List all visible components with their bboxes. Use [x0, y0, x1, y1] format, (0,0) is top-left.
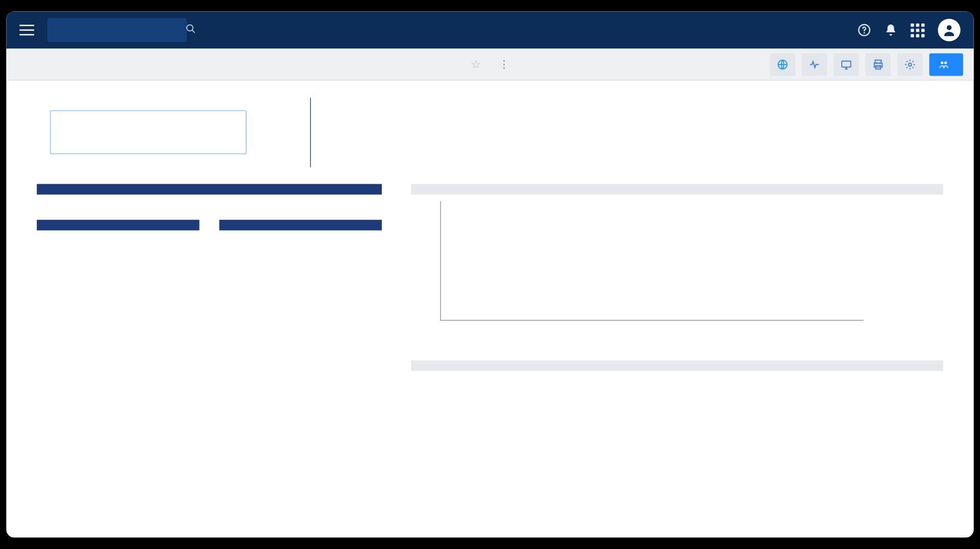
search-icon[interactable] [185, 23, 196, 37]
menu-icon[interactable] [19, 25, 34, 36]
chart2-header [411, 360, 943, 371]
search-box[interactable] [47, 18, 187, 42]
svg-point-11 [941, 61, 943, 64]
contacts-widget [37, 220, 200, 248]
present-button[interactable] [834, 53, 859, 76]
divider [310, 97, 311, 167]
svg-point-12 [944, 61, 947, 64]
svg-point-0 [187, 25, 193, 31]
document-header: ☆ ⋮ [6, 48, 973, 80]
settings-button[interactable] [897, 53, 922, 76]
chart-tasks-widget [411, 360, 943, 444]
quick-links-widget [37, 184, 382, 215]
news-widget [219, 220, 382, 248]
top-nav [6, 12, 973, 49]
help-icon[interactable] [857, 23, 871, 37]
publish-button[interactable] [770, 53, 795, 76]
svg-point-3 [864, 32, 865, 34]
chart-projects-widget [411, 184, 943, 341]
bell-icon[interactable] [884, 23, 897, 37]
activity-button[interactable] [802, 53, 827, 76]
chart1-plot [440, 201, 864, 320]
svg-point-4 [947, 25, 952, 30]
news-header [219, 220, 382, 231]
quick-links-header [37, 184, 382, 195]
svg-point-10 [909, 63, 912, 66]
contacts-header [37, 220, 200, 231]
logo-placeholder [50, 110, 247, 154]
share-button[interactable] [929, 53, 963, 76]
avatar[interactable] [938, 19, 961, 41]
more-icon[interactable]: ⋮ [499, 58, 509, 71]
svg-line-1 [192, 30, 194, 33]
search-input[interactable] [56, 24, 182, 36]
star-icon[interactable]: ☆ [471, 57, 481, 72]
chart2-plot [440, 378, 844, 444]
dashboard-content [6, 81, 973, 538]
apps-icon[interactable] [911, 23, 924, 37]
svg-rect-6 [842, 61, 851, 67]
chart1-header [411, 184, 943, 195]
print-button[interactable] [866, 53, 891, 76]
